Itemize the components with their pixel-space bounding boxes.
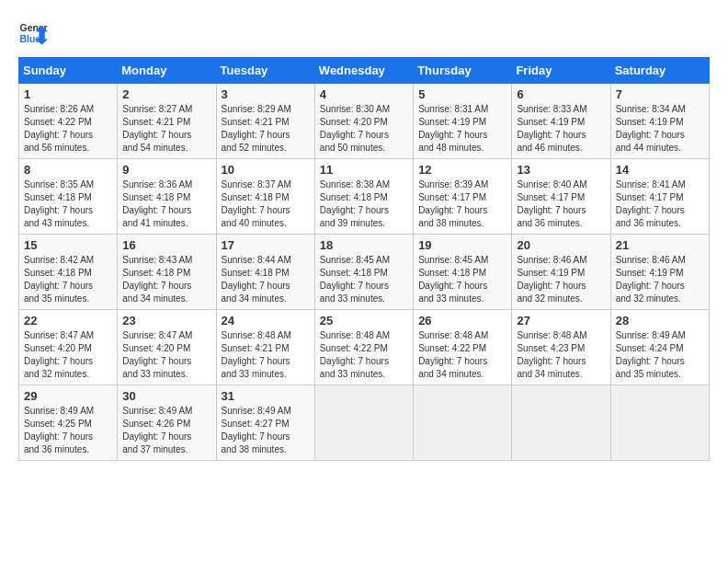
day-info: Sunrise: 8:43 AMSunset: 4:18 PMDaylight:… [122, 255, 192, 304]
day-number: 16 [122, 238, 210, 252]
day-number: 24 [222, 314, 310, 327]
calendar-week-4: 22Sunrise: 8:47 AMSunset: 4:20 PMDayligh… [19, 310, 710, 385]
day-info: Sunrise: 8:47 AMSunset: 4:20 PMDaylight:… [122, 330, 192, 379]
day-number: 28 [616, 314, 704, 327]
calendar-cell-4: 4Sunrise: 8:30 AMSunset: 4:20 PMDaylight… [314, 84, 413, 159]
calendar-cell-22: 22Sunrise: 8:47 AMSunset: 4:20 PMDayligh… [19, 310, 118, 385]
weekday-header-sunday: Sunday [19, 58, 118, 84]
day-number: 26 [418, 314, 506, 327]
day-number: 6 [517, 87, 605, 101]
day-info: Sunrise: 8:45 AMSunset: 4:18 PMDaylight:… [320, 255, 390, 304]
day-number: 5 [418, 87, 506, 101]
calendar-cell-21: 21Sunrise: 8:46 AMSunset: 4:19 PMDayligh… [610, 235, 709, 310]
calendar-cell-26: 26Sunrise: 8:48 AMSunset: 4:22 PMDayligh… [414, 310, 512, 385]
day-info: Sunrise: 8:37 AMSunset: 4:18 PMDaylight:… [222, 179, 291, 228]
calendar-cell-12: 12Sunrise: 8:39 AMSunset: 4:17 PMDayligh… [414, 159, 512, 235]
day-info: Sunrise: 8:27 AMSunset: 4:21 PMDaylight:… [122, 104, 192, 153]
calendar-cell-28: 28Sunrise: 8:49 AMSunset: 4:24 PMDayligh… [610, 310, 709, 385]
day-info: Sunrise: 8:29 AMSunset: 4:21 PMDaylight:… [222, 104, 291, 153]
calendar-cell-29: 29Sunrise: 8:49 AMSunset: 4:25 PMDayligh… [19, 385, 118, 461]
svg-text:Blue: Blue [20, 34, 41, 44]
day-info: Sunrise: 8:44 AMSunset: 4:18 PMDaylight:… [222, 255, 291, 304]
day-info: Sunrise: 8:33 AMSunset: 4:19 PMDaylight:… [517, 104, 586, 153]
day-number: 17 [222, 238, 310, 252]
day-info: Sunrise: 8:48 AMSunset: 4:23 PMDaylight:… [517, 330, 586, 379]
day-info: Sunrise: 8:48 AMSunset: 4:21 PMDaylight:… [222, 330, 291, 379]
day-number: 19 [418, 238, 506, 252]
calendar-cell-16: 16Sunrise: 8:43 AMSunset: 4:18 PMDayligh… [118, 235, 216, 310]
day-info: Sunrise: 8:30 AMSunset: 4:20 PMDaylight:… [320, 104, 390, 153]
day-info: Sunrise: 8:42 AMSunset: 4:18 PMDaylight:… [24, 255, 94, 304]
weekday-header-row: SundayMondayTuesdayWednesdayThursdayFrid… [19, 58, 710, 84]
day-info: Sunrise: 8:47 AMSunset: 4:20 PMDaylight:… [24, 330, 94, 379]
calendar-cell-2: 2Sunrise: 8:27 AMSunset: 4:21 PMDaylight… [118, 84, 216, 159]
calendar-cell-27: 27Sunrise: 8:48 AMSunset: 4:23 PMDayligh… [512, 310, 610, 385]
weekday-header-saturday: Saturday [610, 58, 709, 84]
day-info: Sunrise: 8:49 AMSunset: 4:25 PMDaylight:… [24, 406, 94, 454]
calendar-cell-6: 6Sunrise: 8:33 AMSunset: 4:19 PMDaylight… [512, 84, 610, 159]
day-number: 8 [24, 163, 112, 177]
calendar-cell-7: 7Sunrise: 8:34 AMSunset: 4:19 PMDaylight… [610, 84, 709, 159]
calendar-cell-19: 19Sunrise: 8:45 AMSunset: 4:18 PMDayligh… [414, 235, 512, 310]
day-number: 25 [320, 314, 408, 327]
day-number: 30 [122, 389, 210, 403]
calendar-week-2: 8Sunrise: 8:35 AMSunset: 4:18 PMDaylight… [19, 159, 710, 235]
day-info: Sunrise: 8:26 AMSunset: 4:22 PMDaylight:… [24, 104, 94, 153]
weekday-header-monday: Monday [118, 58, 216, 84]
logo-icon: General Blue [18, 18, 48, 48]
day-number: 21 [616, 238, 704, 252]
day-number: 4 [320, 87, 408, 101]
day-number: 9 [122, 163, 210, 177]
calendar-cell-14: 14Sunrise: 8:41 AMSunset: 4:17 PMDayligh… [610, 159, 709, 235]
day-number: 1 [24, 87, 112, 101]
calendar-cell-18: 18Sunrise: 8:45 AMSunset: 4:18 PMDayligh… [314, 235, 413, 310]
day-number: 31 [222, 389, 310, 403]
weekday-header-wednesday: Wednesday [314, 58, 413, 84]
calendar-cell-10: 10Sunrise: 8:37 AMSunset: 4:18 PMDayligh… [216, 159, 314, 235]
day-number: 10 [222, 163, 310, 177]
logo: General Blue [18, 18, 48, 48]
day-info: Sunrise: 8:49 AMSunset: 4:24 PMDaylight:… [616, 330, 686, 379]
calendar-cell-empty [610, 385, 709, 461]
day-number: 7 [616, 87, 704, 101]
day-number: 29 [24, 389, 112, 403]
calendar-week-1: 1Sunrise: 8:26 AMSunset: 4:22 PMDaylight… [19, 84, 710, 159]
day-info: Sunrise: 8:46 AMSunset: 4:19 PMDaylight:… [616, 255, 686, 304]
calendar-week-3: 15Sunrise: 8:42 AMSunset: 4:18 PMDayligh… [19, 235, 710, 310]
day-info: Sunrise: 8:49 AMSunset: 4:27 PMDaylight:… [222, 406, 291, 454]
calendar-cell-31: 31Sunrise: 8:49 AMSunset: 4:27 PMDayligh… [216, 385, 314, 461]
day-number: 15 [24, 238, 112, 252]
calendar-cell-15: 15Sunrise: 8:42 AMSunset: 4:18 PMDayligh… [19, 235, 118, 310]
calendar-cell-24: 24Sunrise: 8:48 AMSunset: 4:21 PMDayligh… [216, 310, 314, 385]
day-info: Sunrise: 8:31 AMSunset: 4:19 PMDaylight:… [418, 104, 488, 153]
calendar-cell-1: 1Sunrise: 8:26 AMSunset: 4:22 PMDaylight… [19, 84, 118, 159]
weekday-header-thursday: Thursday [414, 58, 512, 84]
calendar-cell-5: 5Sunrise: 8:31 AMSunset: 4:19 PMDaylight… [414, 84, 512, 159]
calendar-cell-empty [314, 385, 413, 461]
day-info: Sunrise: 8:35 AMSunset: 4:18 PMDaylight:… [24, 179, 94, 228]
day-number: 11 [320, 163, 408, 177]
calendar-cell-8: 8Sunrise: 8:35 AMSunset: 4:18 PMDaylight… [19, 159, 118, 235]
day-info: Sunrise: 8:48 AMSunset: 4:22 PMDaylight:… [418, 330, 488, 379]
weekday-header-tuesday: Tuesday [216, 58, 314, 84]
day-info: Sunrise: 8:46 AMSunset: 4:19 PMDaylight:… [517, 255, 586, 304]
day-number: 13 [517, 163, 605, 177]
calendar-week-5: 29Sunrise: 8:49 AMSunset: 4:25 PMDayligh… [19, 385, 710, 461]
calendar-cell-empty [414, 385, 512, 461]
calendar-cell-23: 23Sunrise: 8:47 AMSunset: 4:20 PMDayligh… [118, 310, 216, 385]
calendar-cell-3: 3Sunrise: 8:29 AMSunset: 4:21 PMDaylight… [216, 84, 314, 159]
calendar-cell-17: 17Sunrise: 8:44 AMSunset: 4:18 PMDayligh… [216, 235, 314, 310]
day-info: Sunrise: 8:45 AMSunset: 4:18 PMDaylight:… [418, 255, 488, 304]
day-info: Sunrise: 8:49 AMSunset: 4:26 PMDaylight:… [122, 406, 192, 454]
calendar-cell-25: 25Sunrise: 8:48 AMSunset: 4:22 PMDayligh… [314, 310, 413, 385]
day-info: Sunrise: 8:34 AMSunset: 4:19 PMDaylight:… [616, 104, 686, 153]
day-number: 22 [24, 314, 112, 327]
day-number: 27 [517, 314, 605, 327]
calendar-cell-13: 13Sunrise: 8:40 AMSunset: 4:17 PMDayligh… [512, 159, 610, 235]
day-number: 23 [122, 314, 210, 327]
calendar-cell-20: 20Sunrise: 8:46 AMSunset: 4:19 PMDayligh… [512, 235, 610, 310]
day-info: Sunrise: 8:41 AMSunset: 4:17 PMDaylight:… [616, 179, 686, 228]
calendar-cell-9: 9Sunrise: 8:36 AMSunset: 4:18 PMDaylight… [118, 159, 216, 235]
day-info: Sunrise: 8:40 AMSunset: 4:17 PMDaylight:… [517, 179, 586, 228]
day-number: 2 [122, 87, 210, 101]
